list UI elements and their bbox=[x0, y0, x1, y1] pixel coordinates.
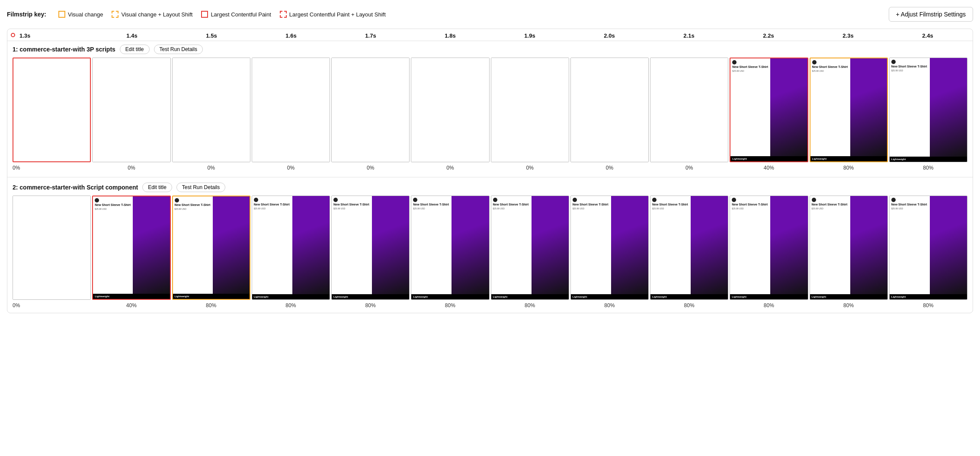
section-2-frame-4[interactable]: New Short Sleeve T-Shirt $25.99 USD Ligh… bbox=[331, 196, 410, 300]
timeline-header: 1.3s 1.4s 1.5s 1.6s 1.7s 1.8s 1.9s 2.0s … bbox=[7, 29, 973, 41]
section-2-frame-0[interactable] bbox=[13, 196, 91, 300]
section-2-frame-5[interactable]: New Short Sleeve T-Shirt $25.99 USD Ligh… bbox=[411, 196, 489, 300]
section-2-progress-1: 40% bbox=[92, 302, 170, 309]
section-2-frame-2[interactable]: New Short Sleeve T-Shirt $25.99 USD Ligh… bbox=[172, 196, 250, 300]
section-1-progress-6: 0% bbox=[491, 164, 569, 172]
section-2-title: 2: commerce-starter-with Script componen… bbox=[13, 184, 138, 191]
section-2-progress: 0%40%80%80%80%80%80%80%80%80%80%80% bbox=[13, 302, 967, 309]
section-2-progress-7: 80% bbox=[570, 302, 649, 309]
legend-label-visual-change: Visual change bbox=[68, 11, 103, 18]
section-2-progress-5: 80% bbox=[411, 302, 489, 309]
tick-4: 1.7s bbox=[331, 32, 410, 39]
section-2-progress-0: 0% bbox=[13, 302, 91, 309]
section-2: 2: commerce-starter-with Script componen… bbox=[7, 179, 973, 313]
section-1-progress-10: 80% bbox=[810, 164, 888, 172]
legend-icon-visual-change bbox=[58, 11, 65, 18]
section-1-title: 1: commerce-starter-with 3P scripts bbox=[13, 46, 115, 53]
section-2-frame-7[interactable]: New Short Sleeve T-Shirt $25.99 USD Ligh… bbox=[570, 196, 649, 300]
section-2-frames: New Short Sleeve T-Shirt $25.99 USD Ligh… bbox=[13, 196, 967, 300]
tick-1: 1.4s bbox=[92, 32, 172, 39]
legend: Filmstrip key: Visual change Visual chan… bbox=[7, 11, 386, 18]
section-1-frame-9[interactable]: New Short Sleeve T-Shirt $25.99 USD Ligh… bbox=[730, 58, 808, 162]
section-1-progress-0: 0% bbox=[13, 164, 91, 172]
legend-label-lcp-layout: Largest Contentful Paint + Layout Shift bbox=[289, 11, 386, 18]
section-2-frame-1[interactable]: New Short Sleeve T-Shirt $25.99 USD Ligh… bbox=[92, 196, 170, 300]
section-2-progress-11: 80% bbox=[889, 302, 967, 309]
legend-title: Filmstrip key: bbox=[7, 11, 46, 18]
tick-5: 1.8s bbox=[410, 32, 490, 39]
legend-icon-visual-change-layout bbox=[112, 11, 118, 18]
tick-9: 2.2s bbox=[729, 32, 808, 39]
section-2-progress-10: 80% bbox=[810, 302, 888, 309]
section-2-header: 2: commerce-starter-with Script componen… bbox=[13, 183, 967, 192]
section-2-frame-8[interactable]: New Short Sleeve T-Shirt $25.99 USD Ligh… bbox=[650, 196, 728, 300]
section-1-progress-1: 0% bbox=[92, 164, 170, 172]
section-1: 1: commerce-starter-with 3P scripts Edit… bbox=[7, 41, 973, 175]
legend-label-visual-change-layout: Visual change + Layout Shift bbox=[121, 11, 192, 18]
legend-lcp-layout: Largest Contentful Paint + Layout Shift bbox=[280, 11, 386, 18]
tick-3: 1.6s bbox=[251, 32, 331, 39]
tick-11: 2.4s bbox=[888, 32, 967, 39]
section-2-progress-8: 80% bbox=[650, 302, 728, 309]
legend-label-lcp: Largest Contentful Paint bbox=[211, 11, 271, 18]
section-2-progress-3: 80% bbox=[252, 302, 330, 309]
section-1-frames: New Short Sleeve T-Shirt $25.99 USD Ligh… bbox=[13, 58, 967, 162]
tick-10: 2.3s bbox=[808, 32, 888, 39]
section-1-progress-9: 40% bbox=[730, 164, 808, 172]
section-1-progress-3: 0% bbox=[252, 164, 330, 172]
section-1-progress-5: 0% bbox=[411, 164, 489, 172]
section-2-progress-6: 80% bbox=[491, 302, 569, 309]
section-1-test-run-details[interactable]: Test Run Details bbox=[154, 45, 203, 54]
section-2-test-run-details[interactable]: Test Run Details bbox=[176, 183, 225, 192]
section-1-progress-7: 0% bbox=[570, 164, 649, 172]
top-bar: Filmstrip key: Visual change Visual chan… bbox=[7, 7, 973, 22]
tick-0: 1.3s bbox=[13, 32, 92, 39]
section-1-progress-2: 0% bbox=[172, 164, 250, 172]
section-1-frame-10[interactable]: New Short Sleeve T-Shirt $25.99 USD Ligh… bbox=[810, 58, 888, 162]
timeline-start-circle bbox=[11, 33, 15, 37]
legend-icon-lcp-layout bbox=[280, 11, 287, 18]
section-divider bbox=[7, 177, 973, 177]
section-1-frame-0[interactable] bbox=[13, 58, 91, 162]
section-1-frame-5[interactable] bbox=[411, 58, 489, 162]
section-1-progress: 0%0%0%0%0%0%0%0%0%40%80%80% bbox=[13, 164, 967, 172]
section-1-frame-2[interactable] bbox=[172, 58, 250, 162]
section-1-frame-11[interactable]: New Short Sleeve T-Shirt $25.99 USD Ligh… bbox=[889, 58, 967, 162]
tick-2: 1.5s bbox=[172, 32, 251, 39]
section-2-progress-9: 80% bbox=[730, 302, 808, 309]
section-1-frame-8[interactable] bbox=[650, 58, 728, 162]
legend-visual-change: Visual change bbox=[58, 11, 103, 18]
section-2-frame-11[interactable]: New Short Sleeve T-Shirt $25.99 USD Ligh… bbox=[889, 196, 967, 300]
section-2-frame-6[interactable]: New Short Sleeve T-Shirt $25.99 USD Ligh… bbox=[491, 196, 569, 300]
section-1-progress-4: 0% bbox=[331, 164, 410, 172]
section-1-frame-1[interactable] bbox=[92, 58, 170, 162]
legend-lcp: Largest Contentful Paint bbox=[201, 11, 271, 18]
tick-8: 2.1s bbox=[649, 32, 729, 39]
section-2-progress-2: 80% bbox=[172, 302, 250, 309]
section-1-frame-4[interactable] bbox=[331, 58, 410, 162]
section-1-edit-title[interactable]: Edit title bbox=[120, 45, 150, 54]
tick-7: 2.0s bbox=[570, 32, 649, 39]
section-2-frame-9[interactable]: New Short Sleeve T-Shirt $25.99 USD Ligh… bbox=[730, 196, 808, 300]
section-2-frame-10[interactable]: New Short Sleeve T-Shirt $25.99 USD Ligh… bbox=[810, 196, 888, 300]
adjust-filmstrip-button[interactable]: + Adjust Filmstrip Settings bbox=[889, 7, 973, 22]
section-1-progress-11: 80% bbox=[889, 164, 967, 172]
filmstrip-container: 1.3s 1.4s 1.5s 1.6s 1.7s 1.8s 1.9s 2.0s … bbox=[7, 29, 973, 313]
tick-6: 1.9s bbox=[490, 32, 570, 39]
section-1-frame-7[interactable] bbox=[570, 58, 649, 162]
section-2-frame-3[interactable]: New Short Sleeve T-Shirt $25.99 USD Ligh… bbox=[252, 196, 330, 300]
legend-icon-lcp bbox=[201, 11, 208, 18]
section-1-progress-8: 0% bbox=[650, 164, 728, 172]
section-1-frame-6[interactable] bbox=[491, 58, 569, 162]
section-1-header: 1: commerce-starter-with 3P scripts Edit… bbox=[13, 45, 967, 54]
section-2-progress-4: 80% bbox=[331, 302, 410, 309]
section-2-edit-title[interactable]: Edit title bbox=[142, 183, 172, 192]
section-1-frame-3[interactable] bbox=[252, 58, 330, 162]
legend-visual-change-layout: Visual change + Layout Shift bbox=[112, 11, 192, 18]
